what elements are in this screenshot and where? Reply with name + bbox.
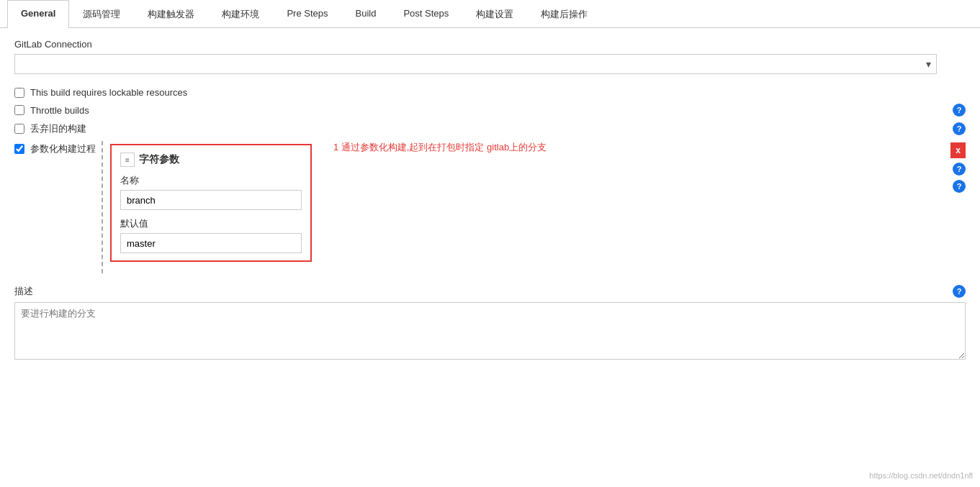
description-label: 描述 — [14, 285, 33, 298]
tab-build-settings[interactable]: 构建设置 — [462, 0, 527, 28]
param-action-row: 1 通过参数化构建,起到在打包时指定 gitlab上的分支 — [319, 141, 943, 154]
param-help-icon-1[interactable]: ? — [953, 163, 966, 176]
param-header: ≡ 字符参数 — [120, 153, 302, 167]
param-help-icon-2[interactable]: ? — [953, 180, 966, 193]
tab-build-env[interactable]: 构建环境 — [208, 0, 273, 28]
throttle-help-icon[interactable]: ? — [953, 104, 966, 117]
param-info-text: 1 通过参数化构建,起到在打包时指定 gitlab上的分支 — [333, 141, 547, 154]
discard-help-icon[interactable]: ? — [953, 122, 966, 135]
tab-post-steps[interactable]: Post Steps — [390, 0, 462, 28]
tab-build-trigger[interactable]: 构建触发器 — [134, 0, 208, 28]
description-label-row: 描述 ? — [14, 285, 966, 298]
throttle-row: Throttle builds ? — [14, 104, 966, 117]
tab-pre-steps[interactable]: Pre Steps — [273, 0, 341, 28]
tab-build[interactable]: Build — [342, 0, 390, 28]
gitlab-connection-dropdown[interactable] — [14, 54, 937, 74]
lockable-checkbox[interactable] — [14, 88, 24, 98]
parameterized-checkbox[interactable] — [14, 144, 24, 154]
tabs-bar: General 源码管理 构建触发器 构建环境 Pre Steps Build … — [0, 0, 980, 28]
tab-post-build-ops[interactable]: 构建后操作 — [527, 0, 601, 28]
param-right-col: 1 通过参数化构建,起到在打包时指定 gitlab上的分支 — [312, 141, 943, 160]
param-type-icon: ≡ — [120, 153, 135, 167]
description-help-icon[interactable]: ? — [953, 285, 966, 298]
description-section: 描述 ? — [14, 285, 966, 362]
param-remove-button[interactable]: x — [950, 142, 966, 158]
discard-label: 丢弃旧的构建 — [30, 122, 86, 135]
param-default-label: 默认值 — [120, 217, 302, 230]
param-name-label: 名称 — [120, 174, 302, 187]
throttle-checkbox[interactable] — [14, 105, 24, 115]
param-type-label: 字符参数 — [139, 153, 179, 166]
tab-source-mgmt[interactable]: 源码管理 — [69, 0, 134, 28]
parameterized-outer: 参数化构建过程 ≡ 字符参数 名称 默认值 — [14, 141, 966, 273]
parameterized-label: 参数化构建过程 — [30, 142, 96, 155]
param-name-input[interactable] — [120, 190, 302, 210]
tab-general[interactable]: General — [7, 0, 69, 28]
param-actions-col: x ? ? — [950, 141, 966, 193]
gitlab-connection-label: GitLab Connection — [14, 39, 966, 50]
discard-checkbox[interactable] — [14, 124, 24, 134]
lockable-label: This build requires lockable resources — [30, 87, 187, 98]
param-section-row: ≡ 字符参数 名称 默认值 1 通过参数化构建,起到在打包时指定 gitlab上… — [110, 141, 943, 273]
throttle-label: Throttle builds — [30, 105, 89, 116]
param-indent: ≡ 字符参数 名称 默认值 1 通过参数化构建,起到在打包时指定 gitlab上… — [102, 141, 943, 273]
discard-row: 丢弃旧的构建 ? — [14, 122, 966, 135]
watermark: https://blog.csdn.net/dndn1nfl — [869, 471, 973, 480]
param-section-box: ≡ 字符参数 名称 默认值 — [110, 144, 312, 262]
gitlab-connection-section: GitLab Connection — [14, 39, 966, 74]
description-textarea[interactable] — [14, 302, 966, 360]
lockable-row: This build requires lockable resources — [14, 87, 966, 98]
param-default-input[interactable] — [120, 233, 302, 253]
gitlab-connection-dropdown-wrapper — [14, 54, 937, 74]
